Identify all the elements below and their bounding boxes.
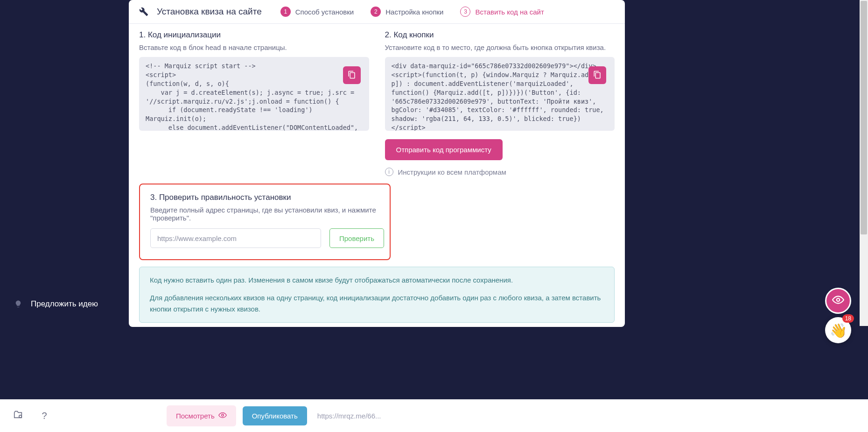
verify-url-input[interactable] (150, 228, 321, 248)
wave-icon: 👋 (830, 322, 847, 339)
step-3[interactable]: 3 Вставить код на сайт (460, 7, 544, 17)
preview-label: Посмотреть (176, 412, 215, 420)
bottom-bar: ? Посмотреть Опубликовать https://mrqz.m… (0, 399, 868, 432)
scrollbar-thumb[interactable] (861, 1, 867, 234)
svg-point-0 (19, 415, 22, 418)
section3-title: 3. Проверить правильность установки (150, 193, 379, 202)
panel-header: Установка квиза на сайте 1 Способ устано… (129, 0, 625, 24)
instructions-label: Инструкции ко всем платформам (398, 168, 506, 176)
step-2-num: 2 (371, 7, 381, 17)
verify-card: 3. Проверить правильность установки Введ… (139, 184, 391, 260)
fab-preview[interactable] (825, 288, 851, 314)
panel-title: Установка квиза на сайте (157, 7, 262, 17)
chat-badge: 18 (842, 314, 854, 323)
button-code-text[interactable] (385, 57, 615, 131)
eye-icon (218, 411, 227, 421)
copy-icon (348, 71, 356, 80)
step-3-label: Вставить код на сайт (475, 8, 544, 16)
note-p2: Для добавления нескольких квизов на одну… (150, 292, 604, 315)
eye-icon (832, 294, 844, 308)
init-code-text[interactable] (139, 57, 369, 131)
note-box: Код нужно вставить один раз. Изменения в… (139, 267, 615, 323)
help-icon: ? (42, 411, 47, 421)
verify-button[interactable]: Проверить (329, 228, 384, 248)
note-p1: Код нужно вставить один раз. Изменения в… (150, 275, 604, 286)
step-1-label: Способ установки (295, 8, 354, 16)
section3-desc: Введите полный адрес страницы, где вы ус… (150, 206, 379, 222)
section1-title: 1. Код инициализации (139, 30, 369, 40)
panel-content: 1. Код инициализации Вставьте код в блок… (129, 24, 625, 331)
fab-chat[interactable]: 👋 18 (825, 317, 851, 343)
copy-icon (593, 71, 602, 80)
step-2-label: Настройка кнопки (385, 8, 443, 16)
share-url[interactable]: https://mrqz.me/66... (317, 412, 381, 420)
button-code-box (385, 57, 615, 131)
step-3-num: 3 (460, 7, 470, 17)
scrollbar-track[interactable] (860, 0, 868, 326)
folder-icon (13, 410, 23, 422)
send-code-button[interactable]: Отправить код программисту (385, 139, 503, 160)
step-2[interactable]: 2 Настройка кнопки (371, 7, 443, 17)
folder-button[interactable] (10, 408, 26, 424)
lightbulb-icon (14, 300, 22, 308)
publish-button[interactable]: Опубликовать (243, 406, 307, 425)
copy-button-code[interactable] (588, 66, 606, 84)
section1-desc: Вставьте код в блок head в начале страни… (139, 43, 369, 51)
section2-title: 2. Код кнопки (385, 30, 615, 40)
suggest-idea-label: Предложить идею (31, 299, 98, 309)
info-icon: i (385, 168, 393, 176)
copy-init-button[interactable] (343, 66, 361, 84)
preview-button[interactable]: Посмотреть (167, 405, 236, 426)
svg-point-1 (221, 414, 224, 416)
suggest-idea-link[interactable]: Предложить идею (14, 299, 98, 309)
tools-icon (139, 7, 148, 16)
init-code-box (139, 57, 369, 131)
step-1[interactable]: 1 Способ установки (280, 7, 354, 17)
instructions-link[interactable]: i Инструкции ко всем платформам (385, 168, 615, 176)
step-1-num: 1 (280, 7, 291, 17)
section2-desc: Установите код в то место, где должна бы… (385, 43, 615, 51)
svg-point-2 (837, 298, 840, 302)
help-button[interactable]: ? (36, 408, 52, 424)
main-panel: Установка квиза на сайте 1 Способ устано… (129, 0, 625, 327)
